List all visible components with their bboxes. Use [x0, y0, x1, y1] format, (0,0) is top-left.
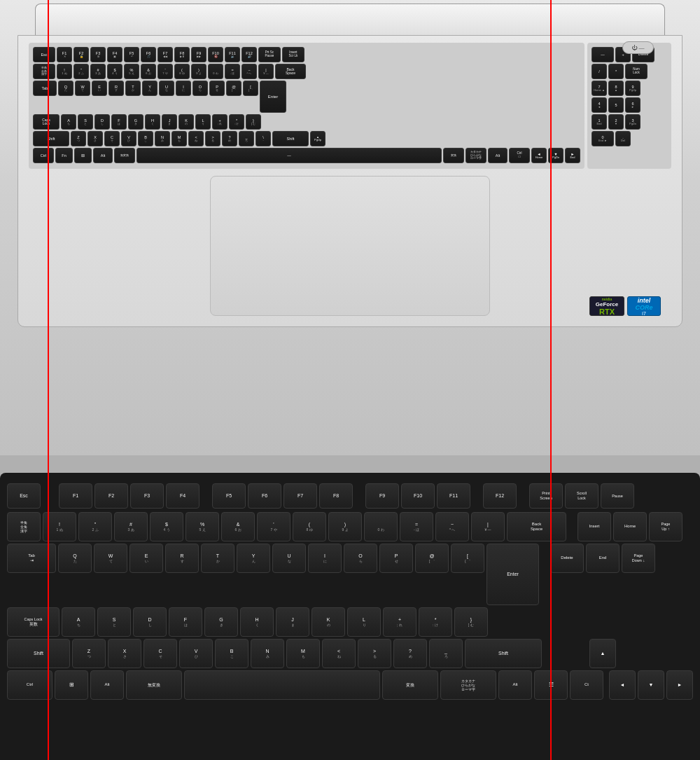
lk-pgup[interactable]: ▲PgUp — [310, 131, 326, 146]
lk-comma[interactable]: <ね — [188, 131, 204, 146]
lk-s[interactable]: Sと — [78, 114, 93, 130]
lk-esc[interactable]: Esc — [33, 47, 55, 62]
lk-f12[interactable]: F12🔊 — [241, 47, 257, 62]
ext-shift-right[interactable]: Shift — [465, 639, 542, 668]
ext-g[interactable]: Gき — [204, 607, 238, 637]
np-minus[interactable]: — — [592, 47, 614, 62]
ext-alt-left[interactable]: Alt — [90, 670, 124, 700]
ext-hankaku[interactable]: 半角全角漢字 — [7, 512, 41, 541]
lk-r[interactable]: Rす — [108, 81, 124, 96]
ext-caps[interactable]: Caps Lock英数 — [7, 607, 59, 637]
ext-l[interactable]: Lり — [347, 607, 381, 637]
ext-left[interactable]: ◄ — [609, 670, 636, 700]
ext-f5[interactable]: F5 — [212, 483, 246, 509]
lk-l[interactable]: Lり — [195, 114, 211, 130]
lk-muhenkan[interactable]: 無変換 — [114, 148, 135, 163]
lk-bracket-r[interactable]: }] む — [246, 114, 261, 130]
lk-x[interactable]: Xさ — [88, 131, 103, 146]
ext-bracketr[interactable]: }] む — [454, 607, 488, 637]
ext-f11[interactable]: F11 — [437, 483, 470, 509]
ext-prtsc[interactable]: PrintScreen — [529, 483, 563, 509]
np-star[interactable]: * — [608, 64, 624, 79]
ext-n[interactable]: Nみ — [251, 639, 284, 668]
ext-7[interactable]: '7 や — [257, 512, 290, 541]
ext-f8[interactable]: F8 — [319, 483, 353, 509]
laptop-touchpad[interactable] — [210, 176, 490, 316]
ext-pause[interactable]: Pause — [601, 483, 634, 509]
lk-backspace[interactable]: BackSpace — [275, 64, 306, 79]
ext-5[interactable]: %5 え — [186, 512, 219, 541]
lk-z[interactable]: Zつ — [71, 131, 86, 146]
lk-y[interactable]: Yん — [142, 81, 158, 96]
np-4[interactable]: 4◄ — [592, 97, 607, 113]
lk-left[interactable]: ◄Home — [531, 148, 547, 163]
ext-b[interactable]: Bこ — [215, 639, 248, 668]
ext-minus[interactable]: =- ほ — [400, 512, 433, 541]
ext-pgup[interactable]: PageUp ↑ — [649, 512, 682, 541]
ext-yen[interactable]: |¥ — — [471, 512, 505, 541]
np-9[interactable]: 9PgUp — [625, 81, 640, 96]
lk-tab[interactable]: Tab — [33, 81, 57, 96]
np-numlock[interactable]: NumLock — [625, 64, 648, 79]
lk-shift-right[interactable]: Shift — [272, 131, 309, 146]
ext-4[interactable]: $4 う — [150, 512, 183, 541]
lk-j[interactable]: Jま — [162, 114, 177, 130]
ext-slash[interactable]: ?め — [393, 639, 427, 668]
ext-backspace[interactable]: BackSpace — [507, 512, 566, 541]
ext-pgdn[interactable]: PageDown ↓ — [622, 544, 655, 573]
lk-1[interactable]: !1 ぬ — [57, 64, 72, 79]
power-button[interactable]: ⏻ — — [622, 41, 654, 54]
lk-f6[interactable]: F6🎵 — [141, 47, 156, 62]
lk-f4[interactable]: F4▣ — [107, 47, 122, 62]
lk-ctrl-left[interactable]: Ctrl — [33, 148, 54, 163]
ext-m[interactable]: Mも — [286, 639, 320, 668]
lk-prtsc[interactable]: Prt ScPause — [258, 47, 281, 62]
lk-c[interactable]: Cそ — [104, 131, 120, 146]
lk-n[interactable]: Nみ — [155, 131, 170, 146]
ext-scrlk[interactable]: ScrollLock — [565, 483, 598, 509]
lk-caps[interactable]: CapsLock — [33, 114, 59, 130]
lk-f9[interactable]: F9▶▶ — [191, 47, 206, 62]
ext-up[interactable]: ▲ — [589, 639, 616, 668]
ext-j[interactable]: Jま — [276, 607, 309, 637]
ext-q[interactable]: Qた — [58, 544, 92, 573]
lk-shift-left[interactable]: Shift — [33, 131, 69, 146]
ext-shift-left[interactable]: Shift — [7, 639, 70, 668]
ext-o[interactable]: Oら — [344, 544, 377, 573]
ext-at[interactable]: @[ ゛ — [415, 544, 449, 573]
ext-right[interactable]: ► — [666, 670, 693, 700]
ext-h[interactable]: Hく — [240, 607, 274, 637]
ext-insert[interactable]: Insert — [578, 512, 611, 541]
ext-f10[interactable]: F10 — [401, 483, 435, 509]
lk-f1[interactable]: F1✕ — [57, 47, 72, 62]
ext-home[interactable]: Home — [613, 512, 647, 541]
lk-t[interactable]: Tか — [125, 81, 141, 96]
ext-alt-right[interactable]: Alt — [498, 670, 532, 700]
ext-6[interactable]: &6 お — [221, 512, 255, 541]
lk-slash[interactable]: ?め — [222, 131, 237, 146]
ext-kana[interactable]: カタカナひらがなローマ字 — [440, 670, 496, 700]
lk-f[interactable]: Fは — [111, 114, 127, 130]
ext-8[interactable]: (8 ゆ — [293, 512, 326, 541]
np-dot[interactable]: .Del — [615, 131, 631, 146]
np-5[interactable]: 5 — [608, 97, 624, 113]
lk-g[interactable]: Gき — [128, 114, 144, 130]
ext-9[interactable]: )9 よ — [328, 512, 362, 541]
np-1[interactable]: 1End — [592, 114, 607, 130]
ext-3[interactable]: #3 あ — [114, 512, 148, 541]
lk-w[interactable]: Wて — [75, 81, 90, 96]
lk-4[interactable]: $4 う — [107, 64, 122, 79]
lk-f7[interactable]: F7◀◀ — [158, 47, 173, 62]
lk-8[interactable]: (8 ゆ — [174, 64, 190, 79]
lk-bracket-l[interactable]: [{ ゜ — [243, 81, 258, 96]
ext-caret[interactable]: ~^ へ — [435, 512, 469, 541]
ext-f2[interactable]: F2 — [94, 483, 128, 509]
lk-win[interactable]: ⊞ — [74, 148, 92, 163]
ext-t[interactable]: Tか — [201, 544, 234, 573]
lk-henkan[interactable]: 変換 — [443, 148, 464, 163]
lk-f10[interactable]: F10🔇 — [208, 47, 223, 62]
ext-f[interactable]: Fは — [169, 607, 202, 637]
ext-henkan[interactable]: 変換 — [382, 670, 438, 700]
lk-f11[interactable]: F11🔉 — [225, 47, 240, 62]
ext-period[interactable]: >る — [358, 639, 391, 668]
